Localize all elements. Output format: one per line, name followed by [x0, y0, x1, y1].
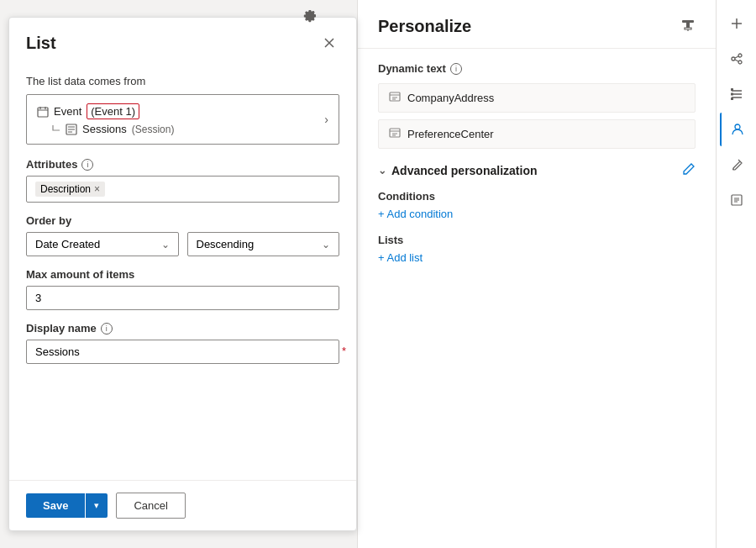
sidebar-person-button[interactable] [720, 113, 753, 146]
token-icon-1 [389, 91, 401, 105]
svg-rect-10 [731, 93, 733, 96]
svg-rect-11 [731, 97, 733, 100]
svg-rect-0 [38, 108, 48, 117]
company-address-text: CompanyAddress [407, 92, 494, 104]
svg-rect-2 [682, 20, 694, 23]
personalize-panel: Personalize Dynamic text i [357, 0, 716, 548]
advanced-section: ⌄ Advanced personalization Conditions + … [378, 162, 696, 264]
add-condition-link[interactable]: + Add condition [378, 208, 453, 220]
event-name: Event [54, 105, 81, 118]
svg-point-12 [735, 124, 740, 129]
conditions-title: Conditions [378, 190, 696, 203]
svg-point-6 [738, 54, 742, 57]
conditions-section: Conditions + Add condition [378, 190, 696, 220]
svg-point-7 [732, 57, 735, 61]
sessions-row: Sessions (Session) [52, 123, 174, 135]
cancel-button[interactable]: Cancel [116, 493, 185, 519]
calendar-icon [37, 106, 49, 118]
chevron-right-icon: › [324, 113, 328, 126]
gear-icon[interactable] [301, 7, 318, 28]
company-address-field[interactable]: CompanyAddress [378, 83, 696, 113]
sessions-detail: (Session) [132, 124, 175, 135]
svg-rect-9 [731, 88, 733, 91]
max-items-section: Max amount of items [26, 268, 339, 310]
lists-section: Lists + Add list [378, 234, 696, 264]
description-tag: Description × [35, 182, 105, 197]
order-by-chevron-icon: ⌄ [161, 239, 170, 250]
order-by-label: Order by [26, 214, 339, 227]
order-by-section: Order by Date Created ⌄ Descending ⌄ [26, 214, 339, 256]
advanced-header: ⌄ Advanced personalization [378, 162, 696, 178]
token-icon-2 [389, 127, 401, 141]
sidebar-share-button[interactable] [720, 42, 753, 76]
data-source-box[interactable]: Event (Event 1) Sessions (Session) [26, 94, 339, 145]
attributes-input[interactable]: Description × [26, 176, 339, 203]
advanced-title: ⌄ Advanced personalization [378, 164, 537, 177]
order-by-row: Date Created ⌄ Descending ⌄ [26, 232, 339, 256]
sessions-name: Sessions [82, 123, 127, 135]
advanced-chevron-icon[interactable]: ⌄ [378, 165, 386, 177]
lists-title: Lists [378, 234, 696, 246]
save-button-group: Save ▾ [26, 493, 108, 518]
close-button[interactable] [319, 33, 339, 53]
display-name-info-icon: i [101, 323, 113, 335]
attributes-label: Attributes i [26, 158, 339, 171]
sidebar-list-button[interactable] [720, 77, 753, 111]
order-direction-select[interactable]: Descending ⌄ [187, 232, 340, 256]
data-source-label: The list data comes from [26, 75, 339, 87]
preference-center-text: PreferenceCenter [407, 128, 494, 140]
list-body: The list data comes from Event (Event 1) [9, 61, 356, 480]
event-row: Event (Event 1) [37, 103, 174, 119]
sidebar-plus-button[interactable] [720, 7, 753, 40]
attributes-section: Attributes i Description × [26, 158, 339, 203]
display-name-input[interactable] [26, 340, 339, 364]
order-by-select[interactable]: Date Created ⌄ [26, 232, 179, 256]
list-footer: Save ▾ Cancel [9, 480, 356, 530]
max-items-input[interactable] [26, 286, 339, 310]
svg-point-8 [738, 61, 742, 64]
dynamic-text-info-icon: i [450, 63, 462, 75]
display-name-section: Display name i * [26, 322, 339, 364]
display-name-row: * [26, 340, 339, 364]
pin-icon[interactable] [680, 18, 696, 35]
svg-rect-3 [686, 23, 690, 28]
sidebar-text-button[interactable] [720, 183, 753, 217]
right-sidebar [716, 0, 756, 548]
max-items-label: Max amount of items [26, 268, 339, 281]
order-direction-chevron-icon: ⌄ [322, 239, 330, 250]
sessions-icon [66, 124, 77, 135]
tag-remove-button[interactable]: × [94, 183, 100, 195]
personalize-title: Personalize [378, 17, 471, 36]
data-source-tree: Event (Event 1) Sessions (Session) [37, 103, 174, 135]
list-dialog-title: List [26, 34, 56, 53]
required-indicator: * [342, 345, 346, 357]
personalize-body: Dynamic text i CompanyAddress [358, 49, 716, 548]
personalize-header: Personalize [358, 0, 716, 49]
tree-connector-icon [52, 125, 60, 134]
edit-icon[interactable] [682, 162, 696, 178]
attributes-info-icon: i [81, 159, 93, 171]
list-dialog: List The list data comes from Event [8, 17, 357, 531]
sidebar-brush-button[interactable] [720, 148, 753, 182]
add-list-link[interactable]: + Add list [378, 251, 423, 264]
save-dropdown-button[interactable]: ▾ [86, 493, 108, 518]
display-name-label: Display name i [26, 322, 339, 335]
event-highlight: (Event 1) [87, 103, 139, 119]
preference-center-field[interactable]: PreferenceCenter [378, 119, 696, 149]
dynamic-text-label: Dynamic text i [378, 62, 696, 75]
save-button[interactable]: Save [26, 493, 85, 518]
